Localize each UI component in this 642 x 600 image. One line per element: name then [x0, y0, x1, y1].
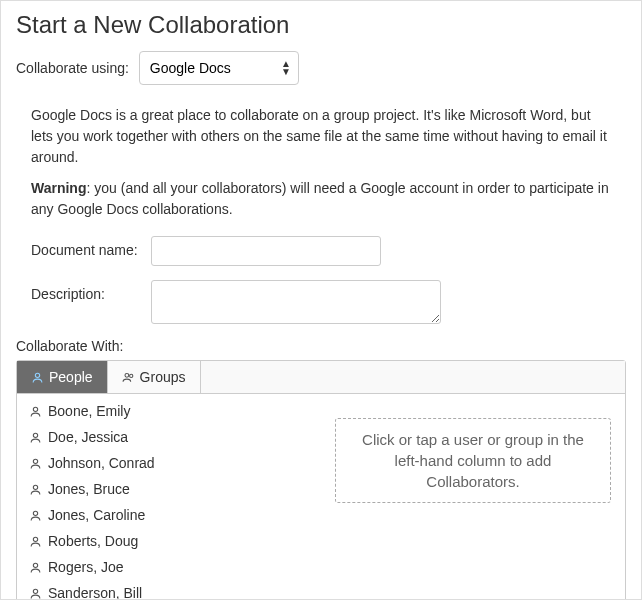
list-item-label: Roberts, Doug: [48, 533, 138, 549]
list-item-label: Johnson, Conrad: [48, 455, 155, 471]
collaborate-using-label: Collaborate using:: [16, 60, 129, 76]
warning-label: Warning: [31, 180, 86, 196]
svg-point-2: [129, 374, 132, 377]
hint-area: Click or tap a user or group in the left…: [321, 394, 625, 600]
tab-groups-label: Groups: [140, 369, 186, 385]
svg-point-8: [33, 537, 37, 541]
description-label: Description:: [31, 280, 151, 302]
list-item-label: Rogers, Joe: [48, 559, 123, 575]
collaborate-with-box: People Groups Boone, EmilyDoe, JessicaJo…: [16, 360, 626, 600]
hint-box: Click or tap a user or group in the left…: [335, 418, 611, 503]
svg-point-6: [33, 485, 37, 489]
svg-point-0: [35, 373, 39, 377]
list-item[interactable]: Sanderson, Bill: [17, 580, 321, 600]
svg-point-5: [33, 459, 37, 463]
tab-people-label: People: [49, 369, 93, 385]
svg-point-4: [33, 433, 37, 437]
svg-point-9: [33, 563, 37, 567]
person-icon: [29, 509, 42, 522]
tab-people[interactable]: People: [17, 361, 108, 393]
list-item[interactable]: Rogers, Joe: [17, 554, 321, 580]
person-icon: [29, 587, 42, 600]
svg-point-3: [33, 407, 37, 411]
list-item[interactable]: Boone, Emily: [17, 398, 321, 424]
description-row: Description:: [16, 280, 626, 324]
list-item[interactable]: Roberts, Doug: [17, 528, 321, 554]
page-title: Start a New Collaboration: [16, 11, 626, 39]
collab-body: Boone, EmilyDoe, JessicaJohnson, ConradJ…: [17, 394, 625, 600]
person-icon: [29, 483, 42, 496]
document-name-label: Document name:: [31, 236, 151, 258]
tab-groups[interactable]: Groups: [108, 361, 201, 393]
person-icon: [29, 405, 42, 418]
list-item-label: Boone, Emily: [48, 403, 130, 419]
collaborate-using-select[interactable]: Google Docs: [139, 51, 299, 85]
list-item[interactable]: Jones, Bruce: [17, 476, 321, 502]
collaborate-using-select-wrap: Google Docs ▲▼: [139, 51, 299, 85]
description-textarea[interactable]: [151, 280, 441, 324]
intro-text: Google Docs is a great place to collabor…: [31, 105, 611, 168]
person-icon: [29, 457, 42, 470]
document-name-row: Document name:: [16, 236, 626, 266]
svg-point-1: [125, 373, 129, 377]
document-name-input[interactable]: [151, 236, 381, 266]
group-icon: [122, 371, 135, 384]
person-icon: [29, 535, 42, 548]
list-item[interactable]: Johnson, Conrad: [17, 450, 321, 476]
collaborate-with-label: Collaborate With:: [16, 338, 626, 354]
list-item[interactable]: Doe, Jessica: [17, 424, 321, 450]
svg-point-7: [33, 511, 37, 515]
warning-text: : you (and all your collaborators) will …: [31, 180, 609, 217]
list-item-label: Jones, Caroline: [48, 507, 145, 523]
list-item-label: Sanderson, Bill: [48, 585, 142, 600]
person-icon: [31, 371, 44, 384]
intro-warning: Warning: you (and all your collaborators…: [31, 178, 611, 220]
intro-text-block: Google Docs is a great place to collabor…: [16, 105, 626, 220]
svg-point-10: [33, 589, 37, 593]
people-list: Boone, EmilyDoe, JessicaJohnson, ConradJ…: [17, 394, 321, 600]
person-icon: [29, 561, 42, 574]
person-icon: [29, 431, 42, 444]
list-item-label: Doe, Jessica: [48, 429, 128, 445]
list-item-label: Jones, Bruce: [48, 481, 130, 497]
collab-tabs: People Groups: [17, 361, 625, 394]
list-item[interactable]: Jones, Caroline: [17, 502, 321, 528]
collaborate-using-row: Collaborate using: Google Docs ▲▼: [16, 51, 626, 85]
